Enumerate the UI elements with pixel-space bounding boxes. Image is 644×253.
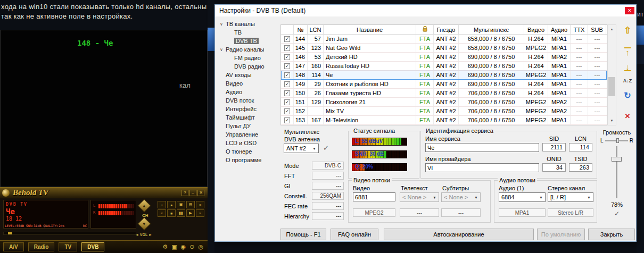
mode-dvb-button[interactable]: DVB xyxy=(81,242,104,251)
tree-item-fm-radio[interactable]: ∨ FM радио xyxy=(218,54,278,62)
pause-button[interactable]: ▮▮ xyxy=(177,209,185,217)
scrollbar-thumb[interactable] xyxy=(608,77,615,96)
channel-checkbox[interactable]: ✓ xyxy=(284,63,290,69)
channel-checkbox[interactable]: ✓ xyxy=(284,99,290,105)
tree-item-about-program[interactable]: ∨ О программе xyxy=(218,156,278,164)
service-name-input[interactable] xyxy=(425,143,539,152)
stop-button[interactable]: ■ xyxy=(167,209,176,217)
volume-slider[interactable] xyxy=(616,146,617,198)
header-name[interactable]: Название xyxy=(324,25,416,34)
tree-item-video[interactable]: ∨ Видео xyxy=(218,79,278,88)
tree-item-interface[interactable]: ∨ Интерфейс xyxy=(218,105,278,113)
autoscan-button[interactable]: Автосканирование xyxy=(384,229,534,240)
prev-button[interactable]: « xyxy=(158,209,166,217)
tree-item-control[interactable]: ∨ Управление xyxy=(218,130,278,139)
seek-thumb[interactable] xyxy=(8,232,12,234)
Mix TV[interactable]: ✓ 152 Mix TV FTA ANT #2 706,000 / 8 / 67… xyxy=(281,107,607,116)
tree-item-radio-channels[interactable]: ∨ Радио каналы xyxy=(218,45,278,54)
tree-item-tv[interactable]: ∨ ТВ xyxy=(218,28,278,37)
Охотник и рыболов HD[interactable]: ✓ 149 29 Охотник и рыболов HD FTA ANT #2… xyxy=(281,80,607,89)
provider-input[interactable] xyxy=(425,163,539,172)
tree-item-av-inputs[interactable]: ∨ AV входы xyxy=(218,71,278,79)
mute-button[interactable]: ♪ xyxy=(158,201,166,208)
balance-thumb[interactable] xyxy=(616,138,619,143)
Че[interactable]: ✓ 148 114 Че FTA ANT #2 690,000 / 8 / 67… xyxy=(281,71,607,80)
tree-item-tv-channels[interactable]: ∨ ТВ каналы xyxy=(218,20,278,28)
header-checkbox-col[interactable] xyxy=(281,25,294,34)
close-dialog-button[interactable]: ✕ xyxy=(625,7,634,14)
seek-bar[interactable] xyxy=(3,232,136,235)
header-socket[interactable]: Гнездо xyxy=(434,25,459,34)
header-sub[interactable]: SUB xyxy=(588,25,606,34)
antenna-select[interactable]: ANT #2 ▼ xyxy=(284,144,319,153)
tree-item-dvb-stream[interactable]: ∨ DVB поток xyxy=(218,96,278,105)
M-Television[interactable]: ✓ 153 167 M-Television FTA ANT #2 706,00… xyxy=(281,116,607,125)
header-lcn[interactable]: LCN xyxy=(308,25,324,34)
Nat Geo Wild[interactable]: ✓ 145 123 Nat Geo Wild FTA ANT #2 658,00… xyxy=(281,44,607,53)
help-button[interactable]: Помощь - F1 xyxy=(280,229,326,240)
tree-item-timeshift[interactable]: ∨ Таймшифт xyxy=(218,113,278,122)
move-up-button[interactable]: ↑ xyxy=(621,46,634,58)
mode-av-button[interactable]: A/V xyxy=(3,242,24,251)
osd-button[interactable]: ▣ xyxy=(171,243,177,250)
close-button[interactable]: Закрыть xyxy=(588,229,635,240)
tree-item-dvb-tv[interactable]: ∨ DVB ТВ xyxy=(218,37,278,45)
header-ttx[interactable]: TTX xyxy=(571,25,588,34)
Детский HD[interactable]: ✓ 146 53 Детский HD FTA ANT #2 690,000 /… xyxy=(281,53,607,62)
header-audio[interactable]: Аудио xyxy=(548,25,571,34)
table-scrollbar[interactable]: ▲ ▼ xyxy=(607,24,616,125)
channel-checkbox[interactable]: ✓ xyxy=(284,54,290,60)
player-close-button[interactable]: ✕ xyxy=(197,190,204,196)
tree-item-dvb-radio[interactable]: ∨ DVB радио xyxy=(218,62,278,71)
move-down-button[interactable]: ↓ xyxy=(621,60,634,73)
scroll-up-arrow[interactable]: ▲ xyxy=(608,25,616,33)
tree-item-remote[interactable]: ∨ Пульт ДУ xyxy=(218,122,278,130)
tree-item-lcd-osd[interactable]: ∨ LCD и OSD xyxy=(218,139,278,147)
RussiaToday HD[interactable]: ✓ 147 160 RussiaToday HD FTA ANT #2 690,… xyxy=(281,62,607,71)
channel-checkbox[interactable]: ✓ xyxy=(284,81,290,87)
stereo-select[interactable]: [L / R] ▼ xyxy=(548,192,593,202)
Jim Jam[interactable]: ✓ 144 57 Jim Jam FTA ANT #2 658,000 / 8 … xyxy=(281,35,607,44)
record-button[interactable]: ● xyxy=(167,201,176,208)
mode-radio-button[interactable]: Radio xyxy=(28,242,55,251)
scroll-down-arrow[interactable]: ▼ xyxy=(608,116,616,125)
channel-checkbox[interactable]: ✓ xyxy=(284,90,290,96)
faq-button[interactable]: FAQ онлайн xyxy=(331,229,378,240)
led-button-3[interactable]: ◎ xyxy=(198,243,203,250)
scroll-top-button[interactable]: ⇧ xyxy=(621,24,634,37)
subtitles-select[interactable]: < None > ▼ xyxy=(441,192,481,202)
header-num[interactable]: № xyxy=(294,25,308,34)
defaults-button[interactable]: По умолчанию xyxy=(537,229,585,240)
sort-button[interactable]: A↓Z xyxy=(621,74,634,87)
header-video[interactable]: Видео xyxy=(524,25,548,34)
video-pid-input[interactable] xyxy=(353,192,395,201)
playlist-button[interactable]: ▤ xyxy=(186,201,195,208)
header-mux[interactable]: Мультиплекс xyxy=(459,25,524,34)
channel-checkbox[interactable]: ✓ xyxy=(284,36,290,42)
led-button-2[interactable]: ⊙ xyxy=(189,243,194,250)
delete-channel-button[interactable]: ✕ xyxy=(621,109,634,122)
snapshot-button[interactable]: ▣ xyxy=(177,201,185,208)
tree-item-audio[interactable]: ∨ Аудио xyxy=(218,88,278,96)
settings-button[interactable]: ⚙ xyxy=(162,243,168,250)
channel-checkbox[interactable]: ✓ xyxy=(284,117,290,123)
header-encryption[interactable] xyxy=(416,25,434,34)
channel-up-button[interactable]: ▲ xyxy=(137,199,151,212)
teletext-button[interactable]: ≡ xyxy=(196,201,204,208)
mode-tv-button[interactable]: TV xyxy=(59,242,77,251)
channel-checkbox[interactable]: ✓ xyxy=(284,72,290,78)
player-minimize-button[interactable]: – xyxy=(189,190,196,196)
player-help-button[interactable]: ? xyxy=(181,190,188,196)
tree-item-about-tuner[interactable]: ∨ О тюнере xyxy=(218,147,278,156)
channel-down-button[interactable]: ▼ xyxy=(137,217,151,230)
Глазами туриста HD[interactable]: ✓ 150 26 Глазами туриста HD FTA ANT #2 7… xyxy=(281,89,607,98)
Психология 21[interactable]: ✓ 151 129 Психология 21 FTA ANT #2 706,0… xyxy=(281,98,607,107)
balance-slider[interactable] xyxy=(605,140,628,141)
next-button[interactable]: » xyxy=(196,209,204,217)
refresh-button[interactable]: ↻ xyxy=(621,89,634,102)
teletext-select[interactable]: < None > ▼ xyxy=(400,192,439,202)
volume-thumb[interactable] xyxy=(612,157,622,162)
led-button-1[interactable]: ◉ xyxy=(181,243,186,250)
channel-checkbox[interactable]: ✓ xyxy=(284,108,290,114)
audio-pid-select[interactable]: 6884 ▼ xyxy=(499,192,546,202)
